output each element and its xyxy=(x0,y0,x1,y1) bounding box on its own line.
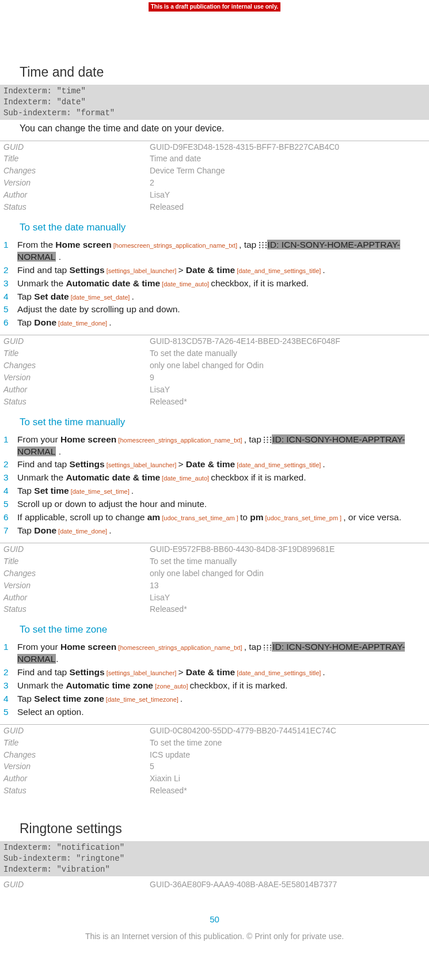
svg-rect-20 xyxy=(270,645,271,646)
svg-rect-8 xyxy=(265,247,266,248)
meta-label: Version xyxy=(0,177,150,189)
step-number: 4 xyxy=(0,485,17,497)
svg-rect-0 xyxy=(259,242,260,243)
meta-label: Status xyxy=(0,603,150,615)
svg-rect-25 xyxy=(267,649,268,650)
section-title-ringtone: Ringtone settings xyxy=(20,820,429,838)
meta-table: GUIDGUID-813CD57B-7A26-4E14-BBED-243BEC6… xyxy=(0,335,429,407)
task-title: To set the date manually xyxy=(20,221,429,234)
meta-value: LisaY xyxy=(150,592,429,604)
meta-value: only one label changed for Odin xyxy=(150,567,429,580)
apptray-icon xyxy=(259,242,267,248)
step-body: Find and tap Settings [settings_label_la… xyxy=(17,264,417,277)
meta-label: Version xyxy=(0,760,150,773)
meta-table: GUIDGUID-0C804200-55DD-4779-BB20-7445141… xyxy=(0,724,429,797)
svg-rect-5 xyxy=(265,245,266,246)
task-title: To set the time manually xyxy=(20,416,429,429)
meta-value: Released xyxy=(150,201,429,213)
step-number: 6 xyxy=(0,317,17,329)
meta-label: Author xyxy=(0,189,150,201)
section-title-time-date: Time and date xyxy=(20,63,429,81)
step-number: 4 xyxy=(0,693,17,705)
meta-value: Released* xyxy=(150,785,429,797)
step-number: 1 xyxy=(0,641,17,665)
indexterm-block: Indexterm: "time" Indexterm: "date" Sub-… xyxy=(0,85,429,120)
meta-value: GUID-D9FE3D48-1528-4315-BFF7-BFB227CAB4C… xyxy=(150,141,429,153)
svg-rect-3 xyxy=(259,245,260,246)
meta-label: Version xyxy=(0,372,150,384)
meta-value: 13 xyxy=(150,580,429,592)
step-body: Unmark the Automatic time zone [zone_aut… xyxy=(17,680,417,692)
meta-table: GUIDGUID-36AE80F9-AAA9-408B-A8AE-5E58014… xyxy=(0,879,429,891)
svg-rect-16 xyxy=(267,442,268,443)
meta-value: To set the time zone xyxy=(150,737,429,749)
meta-label: GUID xyxy=(0,725,150,737)
svg-rect-9 xyxy=(264,437,265,438)
task-title: To set the time zone xyxy=(20,623,429,637)
step-body: Find and tap Settings [settings_label_la… xyxy=(17,667,417,679)
svg-rect-19 xyxy=(267,645,268,646)
meta-value: 2 xyxy=(150,177,429,189)
meta-label: Title xyxy=(0,347,150,360)
meta-value: Released* xyxy=(150,396,429,408)
step-number: 1 xyxy=(0,434,17,458)
apptray-icon xyxy=(264,437,271,443)
svg-rect-7 xyxy=(262,247,263,248)
svg-rect-10 xyxy=(267,437,268,438)
meta-label: Author xyxy=(0,773,150,785)
meta-value: To set the date manually xyxy=(150,347,429,360)
step-body: Tap Set time [date_time_set_time] . xyxy=(17,485,417,497)
step-body: Tap Set date [date_time_set_date] . xyxy=(17,291,417,303)
meta-value: LisaY xyxy=(150,384,429,396)
step-number: 5 xyxy=(0,706,17,718)
intro-text: You can change the time and date on your… xyxy=(20,122,429,135)
step-body: If applicable, scroll up to change am [u… xyxy=(17,512,417,524)
step-body: Tap Done [date_time_done] . xyxy=(17,317,417,329)
step-body: Scroll up or down to adjust the hour and… xyxy=(17,498,417,510)
step-number: 3 xyxy=(0,680,17,692)
meta-label: GUID xyxy=(0,879,150,891)
step-number: 2 xyxy=(0,459,17,471)
svg-rect-2 xyxy=(265,242,266,243)
meta-value: Device Term Change xyxy=(150,165,429,177)
meta-value: GUID-E9572FB8-BB60-4430-84D8-3F19D899681… xyxy=(150,543,429,555)
svg-rect-22 xyxy=(267,647,268,648)
page-number: 50 xyxy=(0,914,429,925)
meta-value: Time and date xyxy=(150,153,429,165)
svg-rect-26 xyxy=(270,649,271,650)
page-content: Time and date Indexterm: "time" Indexter… xyxy=(0,63,429,959)
meta-label: Version xyxy=(0,580,150,592)
step-body: From the Home screen [homescreen_strings… xyxy=(17,239,417,263)
meta-value: LisaY xyxy=(150,189,429,201)
meta-value: GUID-0C804200-55DD-4779-BB20-7445141EC74… xyxy=(150,725,429,737)
svg-rect-6 xyxy=(259,247,260,248)
svg-rect-13 xyxy=(267,439,268,440)
step-body: From your Home screen [homescreen_string… xyxy=(17,434,417,458)
svg-rect-21 xyxy=(264,647,265,648)
meta-value: GUID-813CD57B-7A26-4E14-BBED-243BEC6F048… xyxy=(150,335,429,347)
meta-label: Title xyxy=(0,555,150,567)
svg-rect-4 xyxy=(262,245,263,246)
meta-table: GUIDGUID-E9572FB8-BB60-4430-84D8-3F19D89… xyxy=(0,543,429,615)
meta-value: Released* xyxy=(150,603,429,615)
svg-rect-11 xyxy=(270,437,271,438)
step-body: Tap Select time zone [date_time_set_time… xyxy=(17,693,417,705)
step-number: 4 xyxy=(0,291,17,303)
step-number: 6 xyxy=(0,512,17,524)
step-number: 2 xyxy=(0,264,17,277)
meta-label: GUID xyxy=(0,335,150,347)
meta-label: Author xyxy=(0,592,150,604)
svg-rect-14 xyxy=(270,439,271,440)
meta-label: Changes xyxy=(0,165,150,177)
meta-label: Changes xyxy=(0,749,150,761)
meta-value: Xiaxin Li xyxy=(150,773,429,785)
step-number: 2 xyxy=(0,667,17,679)
step-body: Unmark the Automatic date & time [date_t… xyxy=(17,278,417,290)
meta-value: ICS update xyxy=(150,749,429,761)
svg-rect-23 xyxy=(270,647,271,648)
meta-label: Title xyxy=(0,737,150,749)
meta-label: Status xyxy=(0,396,150,408)
footer-text: This is an Internet version of this publ… xyxy=(0,931,429,942)
svg-rect-24 xyxy=(264,649,265,650)
step-body: Unmark the Automatic date & time [date_t… xyxy=(17,472,417,484)
